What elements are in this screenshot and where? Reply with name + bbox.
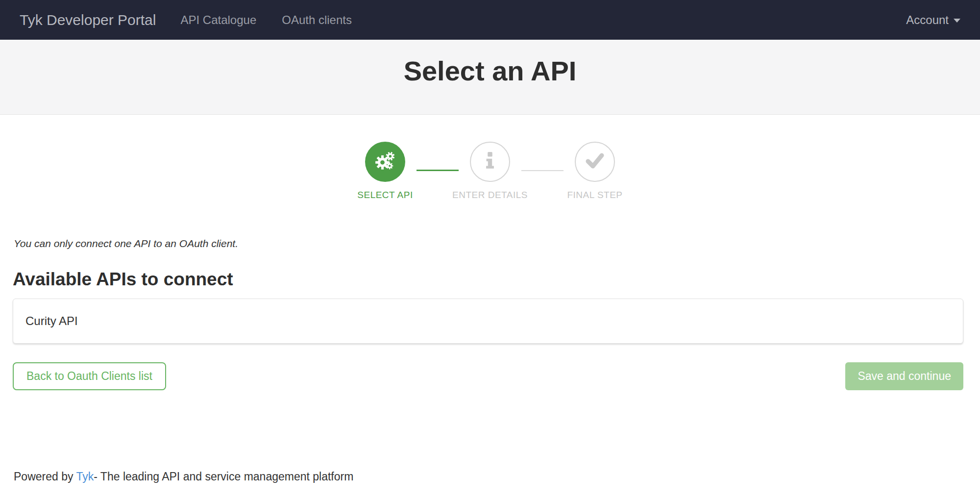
chevron-down-icon bbox=[954, 19, 960, 23]
nav-item-api-catalogue[interactable]: API Catalogue bbox=[180, 13, 256, 27]
info-icon bbox=[484, 151, 496, 172]
check-icon bbox=[585, 152, 605, 171]
account-menu[interactable]: Account bbox=[906, 13, 960, 27]
nav-links: API Catalogue OAuth clients bbox=[180, 13, 352, 27]
actions-row: Back to Oauth Clients list Save and cont… bbox=[13, 362, 963, 390]
api-name: Curity API bbox=[25, 314, 78, 328]
step-circle-final-step bbox=[575, 142, 615, 182]
navbar: Tyk Developer Portal API Catalogue OAuth… bbox=[0, 0, 980, 40]
back-to-oauth-clients-button[interactable]: Back to Oauth Clients list bbox=[13, 362, 166, 390]
nav-item-oauth-clients[interactable]: OAuth clients bbox=[282, 13, 352, 27]
cogs-icon bbox=[373, 149, 397, 175]
api-list-item-curity[interactable]: Curity API bbox=[13, 299, 963, 344]
page-header: Select an API bbox=[0, 40, 980, 115]
wizard-stepper: SELECT API ENTER DETAILS FINAL STEP bbox=[0, 142, 980, 201]
step-enter-details: ENTER DETAILS bbox=[450, 142, 530, 201]
step-final-step: FINAL STEP bbox=[555, 142, 635, 201]
step-label-enter-details: ENTER DETAILS bbox=[452, 190, 528, 201]
page-title: Select an API bbox=[0, 57, 980, 85]
step-select-api: SELECT API bbox=[345, 142, 425, 201]
tyk-link[interactable]: Tyk bbox=[76, 470, 94, 483]
brand-link[interactable]: Tyk Developer Portal bbox=[20, 12, 156, 28]
available-apis-heading: Available APIs to connect bbox=[13, 269, 963, 290]
step-circle-select-api bbox=[365, 142, 405, 182]
footer-prefix: Powered by bbox=[14, 470, 76, 483]
account-label: Account bbox=[906, 13, 949, 27]
step-label-select-api: SELECT API bbox=[357, 190, 413, 201]
footer: Powered by Tyk- The leading API and serv… bbox=[0, 470, 980, 502]
step-label-final-step: FINAL STEP bbox=[567, 190, 622, 201]
save-and-continue-button[interactable]: Save and continue bbox=[845, 362, 963, 390]
footer-suffix: - The leading API and service management… bbox=[94, 470, 353, 483]
step-circle-enter-details bbox=[470, 142, 510, 182]
connect-note: You can only connect one API to an OAuth… bbox=[14, 238, 963, 250]
main-content: You can only connect one API to an OAuth… bbox=[0, 201, 980, 390]
